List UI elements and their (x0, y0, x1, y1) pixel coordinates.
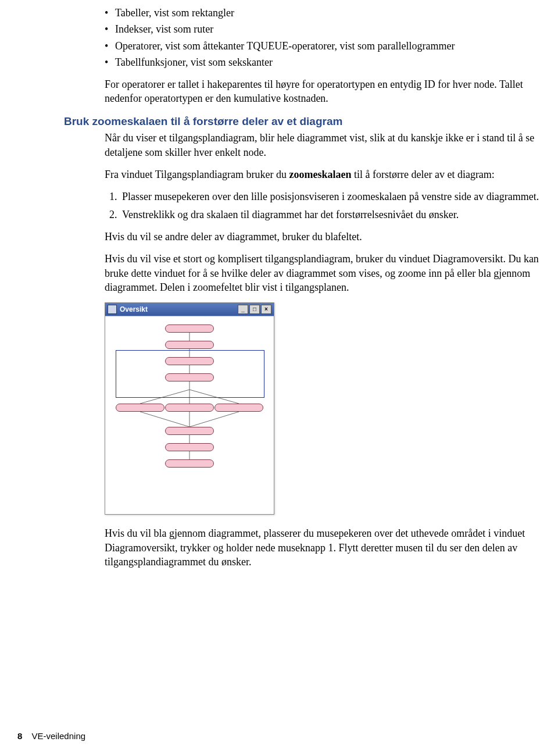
list-item: Venstreklikk og dra skalaen til diagramm… (120, 208, 541, 222)
diagram-node[interactable] (214, 404, 263, 412)
steps-list: Plasser musepekeren over den lille posis… (105, 190, 541, 222)
app-icon (108, 305, 117, 314)
minimize-button[interactable]: _ (238, 305, 248, 314)
paragraph-oversikt: Hvis du vil vise et stort og komplisert … (105, 252, 541, 294)
maximize-button[interactable]: □ (249, 305, 260, 314)
paragraph-blafeltet: Hvis du vil se andre deler av diagrammet… (105, 230, 541, 244)
page-number: 8 (17, 731, 22, 741)
paragraph-operator-id: For operatorer er tallet i hakeparentes … (105, 77, 541, 106)
paragraph-use-zoomscale: Fra vinduet Tilgangsplandiagram bruker d… (105, 167, 541, 181)
diagram-node[interactable] (165, 341, 214, 349)
section-heading-zoomscale: Bruk zoomeskalaen til å forstørre deler … (64, 114, 541, 129)
svg-line-7 (140, 412, 189, 427)
list-item: Operatorer, vist som åttekanter TQUEUE-o… (105, 39, 541, 53)
diagram-node[interactable] (165, 459, 214, 468)
diagram-node[interactable] (165, 373, 214, 381)
list-item: Plasser musepekeren over den lille posis… (120, 190, 541, 204)
diagram-node[interactable] (165, 443, 214, 451)
diagram-overview-area[interactable] (105, 316, 274, 514)
text: Fra vinduet Tilgangsplandiagram bruker d… (105, 169, 289, 180)
zoomeskalaen-term: zoomeskalaen (289, 169, 351, 180)
diagram-node[interactable] (165, 427, 214, 435)
window-title: Oversikt (120, 305, 238, 314)
paragraph-intro: Når du viser et tilgangsplandiagram, bli… (105, 131, 541, 159)
diagram-node[interactable] (165, 404, 214, 412)
paragraph-scroll: Hvis du vil bla gjennom diagrammet, plas… (105, 526, 541, 569)
diagram-node[interactable] (165, 357, 214, 365)
text: til å forstørre deler av et diagram: (351, 169, 494, 180)
oversikt-window: Oversikt _ □ × (105, 302, 274, 515)
window-titlebar: Oversikt _ □ × (105, 303, 274, 316)
close-button[interactable]: × (261, 305, 271, 314)
list-item: Tabellfunksjoner, vist som sekskanter (105, 55, 541, 69)
bullet-list: Tabeller, vist som rektangler Indekser, … (64, 6, 541, 69)
diagram-node[interactable] (116, 404, 164, 412)
page-footer: 8 VE-veiledning (17, 730, 85, 742)
footer-title: VE-veiledning (32, 731, 86, 741)
svg-line-9 (189, 412, 239, 427)
list-item: Indekser, vist som ruter (105, 22, 541, 36)
diagram-node[interactable] (165, 324, 214, 333)
list-item: Tabeller, vist som rektangler (105, 6, 541, 20)
